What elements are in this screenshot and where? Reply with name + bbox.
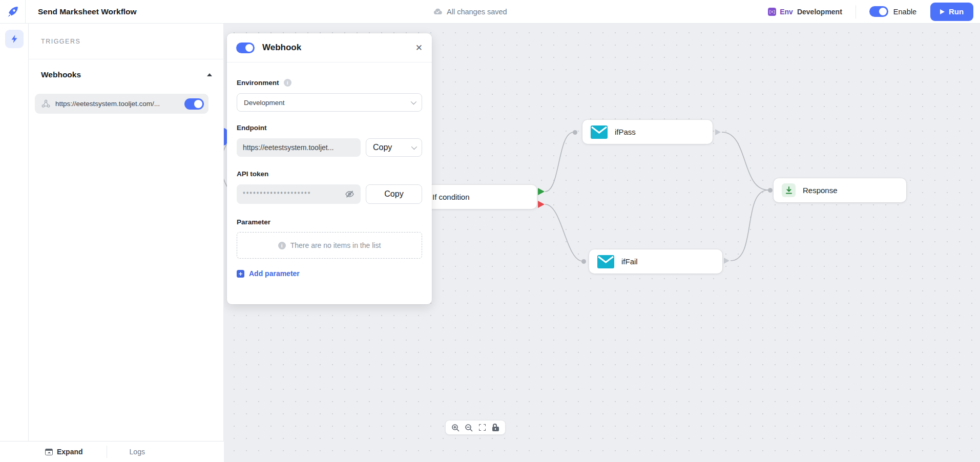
logs-button[interactable]: Logs	[130, 448, 145, 456]
rocket-icon	[6, 5, 19, 18]
left-icon-rail	[0, 24, 29, 462]
webhook-icon	[41, 99, 50, 108]
node-label: Response	[803, 186, 838, 195]
copy-dropdown-label: Copy	[373, 143, 392, 152]
expand-icon	[45, 449, 53, 455]
mail-icon	[597, 255, 614, 268]
endpoint-label: Endpoint	[237, 124, 422, 132]
empty-list-text: There are no items in the list	[290, 241, 381, 249]
ifpass-input-dot[interactable]	[573, 130, 577, 135]
plus-icon: +	[237, 270, 244, 278]
info-icon: i	[284, 79, 291, 87]
info-icon: i	[278, 242, 286, 249]
save-status: All changes saved	[433, 0, 507, 23]
cloud-check-icon	[433, 8, 442, 15]
modal-body: Environment i Development Endpoint https…	[227, 79, 432, 278]
response-icon	[782, 183, 796, 197]
collapse-caret-icon[interactable]	[207, 73, 212, 76]
api-token-masked-value: ********************	[243, 191, 345, 198]
response-input-dot[interactable]	[768, 188, 773, 193]
node-label: ifFail	[621, 257, 638, 266]
endpoint-copy-dropdown[interactable]: Copy	[366, 138, 422, 157]
close-icon[interactable]: ✕	[415, 44, 423, 52]
node-label: If condition	[432, 193, 470, 201]
header-actions: [x] Env Development Enable Run	[768, 0, 973, 23]
webhook-toggle[interactable]	[184, 98, 204, 110]
node-label: ifPass	[615, 128, 636, 136]
save-status-text: All changes saved	[447, 8, 507, 16]
endpoint-input[interactable]: https://eetestsystem.tooljet...	[237, 138, 361, 157]
zoom-out-icon[interactable]	[465, 423, 473, 432]
app-logo[interactable]	[0, 0, 26, 23]
sidebar-divider	[29, 59, 224, 59]
ifpass-output-handle[interactable]	[715, 129, 721, 135]
enable-label: Enable	[893, 8, 916, 16]
header-divider	[856, 5, 856, 18]
env-value[interactable]: Development	[797, 8, 842, 16]
node-ifpass[interactable]: ifPass	[582, 120, 713, 144]
chevron-down-icon	[411, 99, 416, 104]
expand-button[interactable]: Expand	[45, 448, 83, 456]
if-false-handle[interactable]	[538, 201, 545, 208]
chevron-down-icon	[411, 144, 417, 150]
edge-iffail-to-response	[731, 190, 768, 261]
canvas-toolbar	[445, 420, 506, 435]
modal-header: Webhook ✕	[227, 33, 432, 62]
iffail-output-handle[interactable]	[724, 258, 729, 264]
toggle-knob	[879, 8, 887, 15]
webhooks-group-header[interactable]: Webhooks	[41, 69, 212, 81]
webhooks-group-title: Webhooks	[41, 70, 81, 79]
workflow-title: Send Marksheet Workflow	[38, 0, 137, 23]
webhook-enabled-toggle[interactable]	[236, 43, 255, 53]
env-label: Env	[780, 8, 793, 16]
triggers-section-title: TRIGGERS	[41, 38, 80, 45]
eye-off-icon[interactable]	[345, 190, 355, 198]
iffail-input-dot[interactable]	[581, 259, 586, 264]
webhook-url: https://eetestsystem.tooljet.com/...	[55, 100, 179, 108]
api-token-input[interactable]: ********************	[237, 184, 361, 204]
node-iffail[interactable]: ifFail	[589, 249, 722, 274]
toggle-knob	[245, 44, 253, 52]
triggers-rail-item[interactable]	[5, 30, 24, 48]
toggle-knob	[194, 100, 202, 108]
run-button[interactable]: Run	[930, 3, 973, 21]
environment-selected-value: Development	[244, 99, 285, 107]
parameter-empty-state: i There are no items in the list	[237, 232, 422, 259]
environment-select[interactable]: Development	[237, 93, 422, 112]
node-response[interactable]: Response	[774, 178, 906, 202]
edge-false-to-iffail	[545, 204, 583, 261]
edge-ifpass-to-response	[722, 132, 768, 190]
edge-true-to-ifpass	[545, 132, 574, 192]
environment-label: Environment	[237, 79, 279, 87]
lightning-icon	[10, 34, 19, 44]
parameter-label: Parameter	[237, 218, 422, 226]
play-icon	[940, 9, 945, 14]
api-token-copy-button[interactable]: Copy	[366, 184, 422, 204]
fit-view-icon[interactable]	[478, 423, 487, 432]
top-bar: Send Marksheet Workflow All changes save…	[0, 0, 980, 24]
environment-label-row: Environment i	[237, 79, 422, 87]
if-true-handle[interactable]	[538, 188, 545, 195]
modal-title: Webhook	[262, 43, 415, 53]
api-token-label: API token	[237, 170, 422, 178]
add-parameter-label: Add parameter	[249, 269, 300, 278]
endpoint-value: https://eetestsystem.tooljet...	[243, 143, 333, 152]
lock-icon[interactable]	[491, 423, 500, 432]
env-icon: [x]	[768, 8, 776, 16]
run-label: Run	[949, 7, 964, 16]
zoom-in-icon[interactable]	[451, 423, 460, 432]
enable-toggle[interactable]	[869, 6, 888, 17]
add-parameter-button[interactable]: + Add parameter	[237, 269, 422, 278]
expand-label: Expand	[57, 448, 83, 456]
bottom-bar: Expand Logs	[0, 441, 224, 462]
webhook-config-panel: Webhook ✕ Environment i Development Endp…	[227, 33, 432, 304]
triggers-sidebar: TRIGGERS Webhooks https://eetestsystem.t…	[29, 24, 224, 441]
mail-icon	[591, 125, 608, 139]
webhook-list-item[interactable]: https://eetestsystem.tooljet.com/...	[35, 94, 208, 114]
footer-divider	[107, 446, 107, 458]
